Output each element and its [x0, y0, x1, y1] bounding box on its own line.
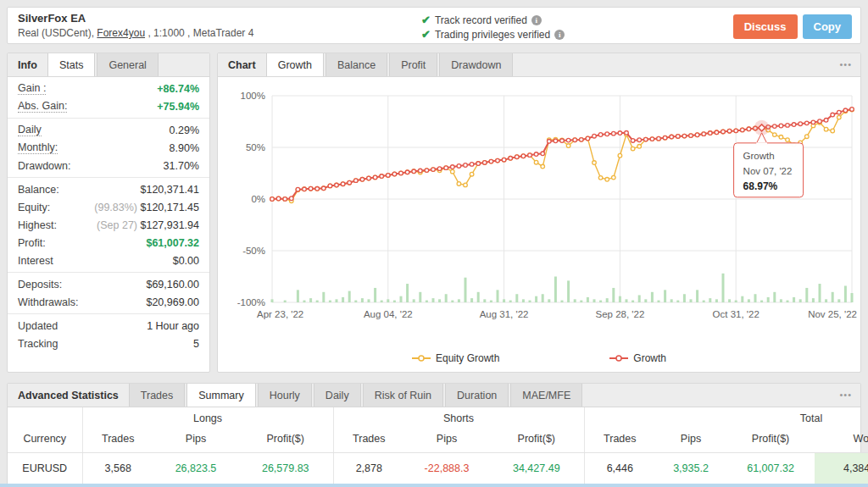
stat-label-highest: Highest: [18, 219, 57, 231]
verified-label: Trading privileges verified [435, 29, 550, 41]
advanced-statistics-title: Advanced Statistics [8, 384, 129, 407]
cell-pips-2: 26,823.5 [153, 453, 238, 484]
tab-mae-mfe[interactable]: MAE/MFE [510, 384, 582, 407]
stat-label-daily[interactable]: Daily [18, 124, 42, 136]
chart-tabs-bar: Chart GrowthBalanceProfitDrawdown ••• [218, 53, 860, 77]
svg-text:0%: 0% [251, 194, 265, 204]
tab-profit[interactable]: Profit [389, 53, 437, 76]
stat-label-abs-gain[interactable]: Abs. Gain: [18, 100, 67, 113]
column-header-pips-5: Pips [404, 426, 489, 453]
growth-chart[interactable]: 100%50%0%-50%-100%Apr 23, '22Aug 04, '22… [218, 77, 860, 348]
verified-badges: ✔Track record verifiedi✔Trading privileg… [421, 13, 565, 42]
stat-label-monthly[interactable]: Monthly: [18, 141, 58, 154]
advanced-stats-tabs-bar: Advanced Statistics TradesSummaryHourlyD… [8, 384, 860, 407]
tab-chart[interactable]: Chart [218, 53, 266, 76]
broker-link[interactable]: Forex4you [97, 27, 145, 39]
stat-label-profit: Profit: [18, 237, 46, 249]
stat-label-withdrawals: Withdrawals: [18, 296, 79, 308]
tab-drawdown[interactable]: Drawdown [439, 53, 513, 76]
stat-row-daily: Daily0.29% [8, 121, 209, 139]
tab-info[interactable]: Info [8, 53, 47, 76]
tab-summary[interactable]: Summary [186, 384, 255, 407]
svg-text:Apr 23, '22: Apr 23, '22 [257, 309, 303, 319]
stat-row-monthly: Monthly:8.90% [8, 139, 209, 157]
tab-daily[interactable]: Daily [314, 384, 361, 407]
check-icon: ✔ [421, 14, 431, 26]
svg-text:Oct 31, '22: Oct 31, '22 [713, 309, 760, 319]
stat-label-updated: Updated [18, 320, 58, 332]
legend-item-equity-growth[interactable]: Equity Growth [412, 352, 499, 364]
stat-row-drawdown: Drawdown:31.70% [8, 157, 209, 174]
info-icon[interactable]: i [531, 15, 542, 25]
legend-label: Growth [633, 352, 666, 364]
column-header-profit-3: Profit($) [238, 426, 333, 453]
svg-text:Aug 31, '22: Aug 31, '22 [480, 309, 529, 319]
stat-label-interest: Interest [18, 255, 53, 267]
tab-growth[interactable]: Growth [266, 53, 324, 76]
stats-group: Gain :+86.74%Abs. Gain:+75.94% [8, 77, 209, 119]
group-header-empty [8, 407, 82, 426]
legend-item-growth[interactable]: Growth [609, 352, 666, 364]
stat-value-updated: 1 Hour ago [147, 320, 199, 332]
stats-group: Balance:$120,371.41Equity:(99.83%) $120,… [8, 178, 209, 273]
stat-label-equity: Equity: [18, 202, 50, 213]
group-header-shorts: Shorts [333, 407, 584, 426]
stat-value-monthly: 8.90% [170, 142, 199, 154]
stat-value-balance: $120,371.41 [140, 184, 199, 196]
cell-trades-7: 6,446 [584, 453, 655, 484]
stats-group: Daily0.29%Monthly:8.90%Drawdown:31.70% [8, 119, 209, 178]
chart-menu-icon[interactable]: ••• [839, 53, 860, 76]
svg-text:50%: 50% [246, 142, 265, 152]
verified-label: Track record verified [435, 14, 527, 26]
stat-value-withdrawals: $20,969.00 [146, 296, 199, 308]
cell-profit-9: 61,007.32 [726, 453, 815, 484]
stat-row-profit: Profit:$61,007.32 [8, 234, 209, 252]
info-icon[interactable]: i [554, 30, 565, 40]
discuss-button[interactable]: Discuss [733, 14, 798, 39]
tab-duration[interactable]: Duration [445, 384, 509, 407]
tab-trades[interactable]: Trades [129, 384, 185, 407]
column-header-currency-0: Currency [8, 426, 82, 453]
copy-button[interactable]: Copy [803, 14, 853, 39]
cell-profit-3: 26,579.83 [238, 453, 333, 484]
stat-label-tracking: Tracking [18, 338, 58, 350]
stat-value-abs-gain: +75.94% [157, 101, 199, 113]
cell-pips-5: -22,888.3 [404, 453, 489, 484]
stat-row-updated: Updated1 Hour ago [8, 317, 209, 335]
group-header-longs: Longs [82, 407, 333, 426]
tab-hourly[interactable]: Hourly [258, 384, 312, 407]
svg-text:Nov 07, '22: Nov 07, '22 [743, 166, 793, 176]
tab-stats[interactable]: Stats [47, 53, 96, 76]
verified-row: ✔Trading privileges verifiedi [421, 27, 565, 42]
stat-label-drawdown: Drawdown: [18, 160, 71, 172]
table-menu-icon[interactable]: ••• [839, 384, 860, 407]
volume-bars [271, 274, 854, 302]
tab-risk-of-ruin[interactable]: Risk of Ruin [363, 384, 443, 407]
svg-text:Growth: Growth [743, 151, 775, 161]
stat-value-highest: $127,931.94 [140, 219, 199, 231]
stat-value-daily: 0.29% [170, 125, 199, 136]
stat-value-tracking: 5 [193, 338, 199, 350]
stat-value-equity: $120,171.45 [140, 202, 199, 213]
x-axis-labels: Apr 23, '22Aug 04, '22Aug 31, '22Sep 28,… [257, 309, 857, 319]
stat-row-balance: Balance:$120,371.41 [8, 180, 209, 198]
cell-profit-6: 34,427.49 [489, 453, 584, 484]
stat-value-gain: +86.74% [157, 83, 199, 95]
stat-row-deposits: Deposits:$69,160.00 [8, 275, 209, 293]
tab-balance[interactable]: Balance [326, 53, 387, 76]
stat-label-gain[interactable]: Gain : [18, 82, 46, 95]
stat-row-highest: Highest:(Sep 27) $127,931.94 [8, 216, 209, 234]
stat-row-withdrawals: Withdrawals:$20,969.00 [8, 293, 209, 311]
stat-row-abs-gain: Abs. Gain:+75.94% [8, 97, 209, 115]
tab-general[interactable]: General [97, 53, 158, 76]
cell-pips-8: 3,935.2 [655, 453, 726, 484]
table-row-eurusd: EURUSD3,56826,823.526,579.832,878-22,888… [8, 453, 868, 484]
column-header-trades-7: Trades [584, 426, 655, 453]
legend-marker-icon [412, 354, 431, 362]
svg-text:Aug 04, '22: Aug 04, '22 [364, 309, 413, 319]
account-title: SilverFox EA [18, 12, 253, 25]
svg-text:Sep 28, '22: Sep 28, '22 [595, 309, 644, 319]
cell-trades-4: 2,878 [333, 453, 404, 484]
stat-value-drawdown: 31.70% [164, 160, 199, 172]
stat-row-tracking: Tracking5 [8, 335, 209, 352]
